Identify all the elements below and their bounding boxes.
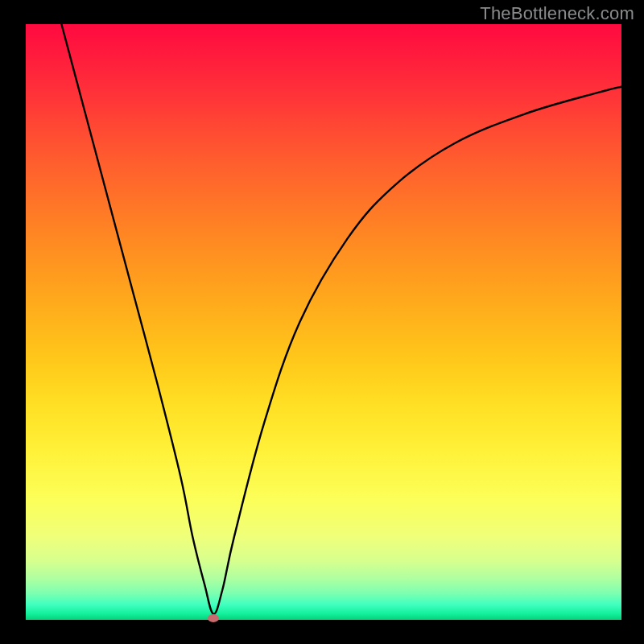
- chart-frame: TheBottleneck.com: [0, 0, 644, 644]
- watermark-text: TheBottleneck.com: [480, 3, 634, 24]
- minimum-marker: [208, 614, 219, 622]
- plot-area: [26, 24, 621, 620]
- curve-layer: [26, 24, 621, 620]
- bottleneck-curve: [61, 24, 621, 614]
